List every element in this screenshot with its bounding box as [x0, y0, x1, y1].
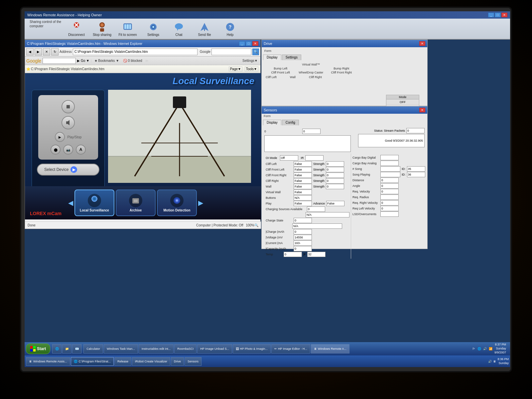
- play-ctrl-button[interactable]: ▶: [55, 132, 65, 142]
- ql-ie-button[interactable]: 🌐: [52, 344, 62, 353]
- ie-refresh-button[interactable]: ↻: [51, 48, 59, 56]
- sensors-top-row: 0 0 Status Stream Packets 0 Good 9/3/200…: [264, 128, 425, 153]
- nav-local-surveillance-button[interactable]: Local Surveillance: [74, 190, 114, 216]
- disconnect-button[interactable]: Disconnect: [65, 20, 88, 39]
- mode-off-button[interactable]: OFF: [386, 99, 419, 105]
- ie-go-label[interactable]: ▶ Go ▼: [77, 59, 89, 63]
- ie-search-input[interactable]: [211, 49, 251, 55]
- win-remote-taskbar-button[interactable]: 🖥 Windows Remote A...: [311, 344, 349, 353]
- ql-folder-button[interactable]: 📁: [62, 344, 71, 353]
- temp-label: Temp: [266, 253, 282, 256]
- nav-next-button[interactable]: ▶: [198, 199, 203, 207]
- ie-page-btn[interactable]: Page▼: [229, 66, 242, 71]
- stop-sharing-button[interactable]: Stop sharing: [90, 20, 114, 39]
- ie-forward-button[interactable]: ▶: [35, 48, 42, 56]
- google-logo: Google: [26, 58, 41, 64]
- text-ctrl-button[interactable]: A: [76, 145, 86, 155]
- temp-value: 0: [284, 252, 302, 257]
- sensors-close-button[interactable]: ✕: [419, 108, 425, 112]
- voltage-label: |Voltage (mV: [266, 236, 292, 239]
- fit-to-screen-button[interactable]: Fit to screen: [116, 20, 140, 39]
- maximize-button[interactable]: □: [495, 13, 501, 17]
- instructables-taskbar-button[interactable]: Instructables edit int...: [139, 344, 174, 353]
- ie-minimize-button[interactable]: _: [239, 41, 245, 46]
- play-label: Play: [266, 202, 292, 205]
- irobot-taskbar-button[interactable]: iRobot Create Visualizer: [132, 357, 170, 366]
- ra-taskbar-button[interactable]: 🖥 Windows Remote Assis...: [26, 357, 70, 366]
- ie-tools-btn[interactable]: Tools▼: [245, 66, 258, 71]
- bumps-row: 0 0: [264, 129, 351, 134]
- drive-taskbar-button[interactable]: Drive: [171, 357, 184, 366]
- sensors-tab-config[interactable]: Config: [282, 120, 299, 125]
- win-clock: 8:37 PM Sunday 9/9/2007: [494, 343, 506, 354]
- sensors-tab-display[interactable]: Display: [263, 120, 281, 125]
- camera-tripod-svg: [108, 90, 251, 183]
- oi-mode-label: OI Mode: [266, 156, 277, 160]
- ie-zoom-icon[interactable]: 🔍: [254, 223, 258, 227]
- ie-taskbar-button[interactable]: 🌐 C:\Program Files\Strat...: [71, 357, 114, 366]
- angle-label: Angle: [352, 184, 379, 188]
- nav-prev-button[interactable]: ◀: [68, 199, 73, 207]
- ie-close-button[interactable]: ✕: [252, 41, 258, 46]
- calculator-taskbar-button[interactable]: Calculator: [83, 344, 103, 353]
- ie-toolbar3: ⭐ C:\Program Files\Strategic Vista\mCam\…: [25, 65, 260, 73]
- ra-title-buttons: _ □ ✕: [488, 13, 507, 17]
- help-button[interactable]: ? Help: [218, 20, 242, 39]
- svg-rect-40: [30, 349, 33, 351]
- hp-image-taskbar-button[interactable]: HP Image Unload S...: [197, 344, 232, 353]
- task-manager-taskbar-button[interactable]: Windows Task Man...: [104, 344, 138, 353]
- select-device-button[interactable]: Select Device ▶: [37, 164, 99, 176]
- drive-close-button[interactable]: ✕: [419, 41, 425, 46]
- oi-ir-label: IR: [301, 156, 304, 160]
- minimize-button[interactable]: _: [488, 13, 494, 17]
- hp-image-editor-taskbar-button[interactable]: ✏ HP Image Editor - H...: [271, 344, 310, 353]
- svg-point-32: [93, 198, 96, 200]
- nav-motion-detection-button[interactable]: Motion Detection: [157, 190, 197, 216]
- settings-button[interactable]: Settings: [141, 20, 165, 39]
- vm-cliff-front-right: Cliff Front Right: [327, 71, 356, 74]
- google-search-input[interactable]: [43, 58, 76, 64]
- cliff-front-right-row: Cliff Front Right False Strength 0: [266, 173, 349, 178]
- sensors-taskbar-button[interactable]: Sensors: [185, 357, 201, 366]
- send-file-button[interactable]: Send file: [193, 20, 216, 39]
- screen-systray: 🔊 🖥 8:36 PM Sunday: [488, 357, 509, 365]
- release-taskbar-button[interactable]: Release: [114, 357, 131, 366]
- angle-row: Angle 0: [352, 183, 425, 189]
- hp-photo-taskbar-button[interactable]: 🖼 HP Photo & Imagin...: [233, 344, 271, 353]
- systray-sound-icon: 🔊: [483, 347, 487, 350]
- ql-email-button[interactable]: 📧: [72, 344, 81, 353]
- sensors-tabs: Display Config: [262, 120, 427, 125]
- song-playing-row: Song Playing ID: 36: [352, 172, 425, 177]
- drive-tab-settings[interactable]: Settings: [282, 55, 301, 60]
- ie-maximize-button[interactable]: □: [246, 41, 252, 46]
- ie-search-button[interactable]: 🔍: [252, 49, 259, 55]
- vm-cell-empty5: [357, 67, 387, 70]
- capacity-row: |Capacity (mAh 0: [266, 246, 349, 251]
- oi-mode-row: OI Mode Off IR: [266, 155, 349, 161]
- charge-mah-label: |Charge (mAh: [266, 230, 292, 233]
- temp-f-label: |F: [303, 253, 306, 256]
- req-velocity-label: Req. Velocity: [352, 190, 379, 193]
- close-button[interactable]: ✕: [501, 13, 507, 17]
- volume-ctrl-button[interactable]: [62, 116, 75, 129]
- ra-window-title: Windows Remote Assistance - Helping Owne…: [27, 13, 488, 17]
- sharing-status-text: Sharing control of the computer: [30, 20, 61, 28]
- roombasci-taskbar-button[interactable]: RoombaSCI: [174, 344, 197, 353]
- svg-marker-14: [177, 29, 178, 31]
- drive-tab-display[interactable]: Display: [263, 55, 281, 60]
- lsd-label: LSD/Overcurrents: [352, 212, 379, 216]
- ie-address-input[interactable]: [73, 49, 198, 55]
- start-button[interactable]: Start: [26, 343, 50, 354]
- sensors-form-label: Form: [262, 114, 427, 118]
- ie-settings-btn[interactable]: Settings▼: [241, 58, 259, 63]
- chat-button[interactable]: Chat: [167, 20, 191, 39]
- nav-archive-button[interactable]: Archive: [116, 190, 156, 216]
- req-left-velocity-label: Req Left Velocity: [352, 207, 379, 210]
- ie-bookmarks-btn[interactable]: ★ Bookmarks ▼: [93, 58, 120, 63]
- snapshot-ctrl-button[interactable]: 📷: [63, 145, 73, 155]
- stop-ctrl-button[interactable]: [62, 100, 75, 113]
- ie-stop-button[interactable]: ✕: [43, 48, 50, 56]
- ie-back-button[interactable]: ◀: [26, 48, 34, 56]
- wall-strength-label: Strength: [313, 185, 325, 188]
- record-ctrl-button[interactable]: ⬤: [51, 145, 61, 155]
